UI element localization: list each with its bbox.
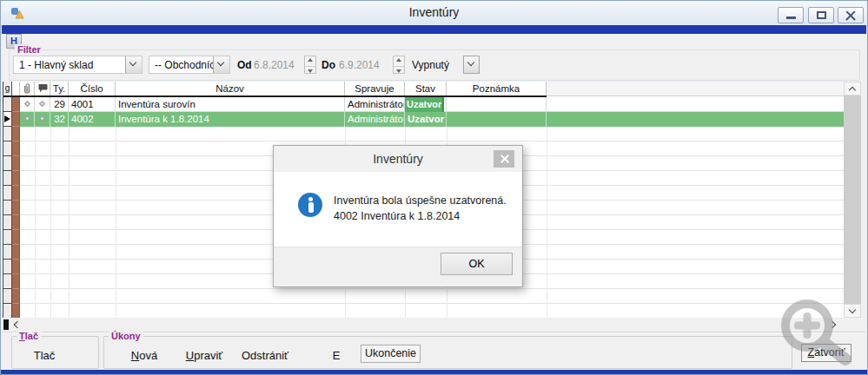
chevron-up-icon bbox=[849, 87, 856, 94]
paperclip-icon bbox=[22, 82, 32, 95]
accent-bar bbox=[2, 25, 866, 34]
empty-row-selectors bbox=[3, 127, 12, 318]
cell-filler bbox=[547, 97, 844, 112]
column-header-poznamka[interactable]: Poznámka bbox=[447, 82, 547, 95]
close-button[interactable]: Zatvoriť bbox=[801, 344, 851, 362]
scroll-up-button[interactable] bbox=[844, 82, 861, 95]
current-row-marker-icon bbox=[4, 115, 10, 122]
maximize-icon bbox=[817, 11, 826, 19]
window-bottom-border bbox=[1, 370, 867, 374]
traders-value: -- Obchodníci -- bbox=[149, 56, 213, 73]
column-header-ty[interactable]: Ty. bbox=[50, 82, 69, 95]
traders-dropdown-button[interactable] bbox=[213, 56, 229, 73]
chevron-down-icon bbox=[129, 59, 136, 66]
note-cell bbox=[35, 112, 50, 127]
table-row-selected[interactable]: 32 4002 Inventúra k 1.8.2014 Administrát… bbox=[3, 112, 844, 127]
date-to-value[interactable]: 6.9.2014 bbox=[339, 59, 380, 71]
inventury-window: Inventúry H Filter 1 - Hlavný sklad -- O… bbox=[0, 0, 868, 375]
window-titlebar: Inventúry bbox=[2, 1, 866, 25]
dialog-body: Inventúra bola úspešne uzatvorená. 4002 … bbox=[274, 172, 522, 248]
cell-stav: Uzatvor bbox=[405, 97, 447, 112]
date-to-label: Do bbox=[321, 59, 335, 71]
filter-group-label: Filter bbox=[15, 44, 43, 55]
spinner-up-icon[interactable] bbox=[305, 58, 315, 66]
info-icon bbox=[298, 193, 322, 217]
vertical-scrollbar[interactable] bbox=[844, 82, 861, 318]
close-icon bbox=[845, 10, 856, 21]
attachment-cell bbox=[20, 112, 35, 127]
cell-cislo: 4001 bbox=[69, 97, 116, 112]
dialog-footer: OK bbox=[274, 247, 522, 286]
empty-row-indicators bbox=[12, 127, 20, 318]
state-filter-value[interactable]: Vypnutý bbox=[412, 59, 449, 71]
e-button[interactable]: E bbox=[328, 345, 344, 365]
minimize-button[interactable] bbox=[778, 7, 804, 23]
warehouse-dropdown-button[interactable] bbox=[125, 56, 142, 73]
row-indicator-cell bbox=[12, 112, 20, 127]
spinner-down-icon[interactable] bbox=[394, 66, 404, 74]
cell-filler bbox=[547, 112, 844, 127]
print-button[interactable]: Tlač bbox=[20, 345, 69, 365]
cell-poznamka bbox=[447, 97, 547, 112]
maximize-button[interactable] bbox=[808, 7, 834, 23]
grid-header: g Ty. Číslo Názov Spravuje Stav Poznámka bbox=[3, 82, 547, 97]
warehouse-value: 1 - Hlavný sklad bbox=[14, 56, 125, 73]
traders-select[interactable]: -- Obchodníci -- bbox=[149, 56, 230, 74]
note-cell bbox=[35, 97, 50, 112]
column-header-cislo[interactable]: Číslo bbox=[69, 82, 116, 95]
note-column-header[interactable] bbox=[35, 82, 50, 95]
warehouse-select[interactable]: 1 - Hlavný sklad bbox=[13, 56, 142, 74]
table-row[interactable]: 29 4001 Inventúra surovín Administrátor … bbox=[3, 97, 844, 112]
dialog-close-button[interactable] bbox=[494, 150, 514, 168]
cell-ty: 32 bbox=[50, 112, 69, 127]
date-from-value[interactable]: 6.8.2014 bbox=[254, 59, 295, 71]
attachment-column-header[interactable] bbox=[20, 82, 35, 95]
edit-button[interactable]: Upraviť bbox=[173, 345, 235, 365]
finish-button[interactable]: Ukončenie bbox=[361, 345, 421, 363]
close-icon bbox=[500, 154, 509, 164]
spinner-down-icon[interactable] bbox=[305, 66, 315, 74]
balloon-icon bbox=[37, 83, 48, 94]
actions-group-label: Úkony bbox=[109, 331, 143, 341]
date-to-spinner[interactable] bbox=[393, 56, 405, 74]
new-button[interactable]: Nová bbox=[117, 345, 171, 365]
state-dropdown-button[interactable] bbox=[463, 56, 480, 74]
chevron-left-icon bbox=[14, 321, 21, 328]
column-header-stav[interactable]: Stav bbox=[405, 82, 447, 95]
diamond-marker-icon bbox=[23, 115, 30, 122]
message-dialog: Inventúry Inventúra bola úspešne uzatvor… bbox=[273, 145, 523, 287]
grid-header-filler bbox=[547, 82, 844, 96]
chevron-down-icon bbox=[467, 59, 474, 66]
row-indicator-cell bbox=[12, 97, 20, 112]
minimize-icon bbox=[786, 16, 796, 19]
dialog-message-line1: Inventúra bola úspešne uzatvorená. bbox=[334, 194, 507, 207]
scrollbar-thumb[interactable] bbox=[3, 319, 9, 330]
spinner-up-icon[interactable] bbox=[394, 58, 404, 66]
column-header-spravuje[interactable]: Spravuje bbox=[345, 82, 405, 95]
cell-stav: Uzatvor bbox=[405, 112, 447, 127]
column-header-nazov[interactable]: Názov bbox=[116, 82, 345, 95]
window-title: Inventúry bbox=[2, 5, 866, 19]
dialog-title: Inventúry bbox=[274, 146, 522, 172]
cell-cislo: 4002 bbox=[69, 112, 116, 127]
attachment-cell bbox=[20, 97, 35, 112]
close-window-button[interactable] bbox=[838, 7, 864, 23]
row-selector-cell[interactable] bbox=[3, 97, 12, 112]
print-group-label: Tlač bbox=[17, 331, 41, 341]
scroll-down-button[interactable] bbox=[844, 304, 861, 318]
diamond-marker-icon bbox=[39, 115, 45, 122]
cell-spravuje: Administrátor bbox=[345, 112, 405, 127]
ok-button[interactable]: OK bbox=[441, 253, 513, 275]
grid-corner-header[interactable]: g bbox=[3, 82, 12, 95]
cell-spravuje: Administrátor bbox=[345, 97, 405, 112]
delete-button[interactable]: Odstrániť bbox=[229, 345, 301, 365]
row-selector-cell[interactable] bbox=[3, 112, 12, 127]
dialog-message-line2: 4002 Inventúra k 1.8.2014 bbox=[334, 210, 460, 222]
chevron-down-icon bbox=[849, 306, 856, 313]
cell-nazov: Inventúra k 1.8.2014 bbox=[116, 112, 345, 127]
horizontal-scrollbar[interactable] bbox=[3, 319, 844, 331]
chevron-down-icon bbox=[217, 59, 224, 66]
cell-nazov: Inventúra surovín bbox=[116, 97, 345, 112]
status-badge: Uzatvor bbox=[405, 97, 444, 112]
date-from-spinner[interactable] bbox=[304, 56, 316, 74]
